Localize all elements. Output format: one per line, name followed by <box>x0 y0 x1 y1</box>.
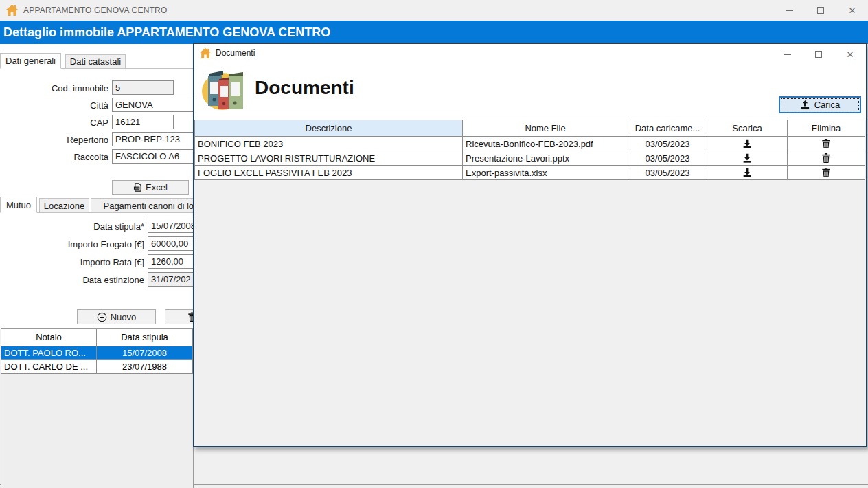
cod-immobile-label: Cod. immobile <box>5 83 108 93</box>
column-header-elimina[interactable]: Elimina <box>788 120 865 137</box>
nome-file-cell: Presentazione-Lavori.pptx <box>463 151 628 166</box>
tab-dati-generali-label: Dati generali <box>5 56 56 66</box>
column-header-notaio[interactable]: Notaio <box>1 329 97 346</box>
tab-mutuo-label: Mutuo <box>6 200 31 210</box>
column-header-descrizione[interactable]: Descrizione <box>195 120 463 137</box>
home-icon <box>6 5 18 16</box>
notaio-cell: DOTT. PAOLO RO... <box>1 346 97 360</box>
data-caricamento-cell: 03/05/2023 <box>628 137 707 151</box>
detail-banner: Dettaglio immobile APPARTAMENTO GENOVA C… <box>0 21 868 44</box>
tab-dati-catastali[interactable]: Dati catastali <box>65 54 126 69</box>
carica-button-label: Carica <box>814 100 841 110</box>
home-icon <box>200 48 211 58</box>
notaio-table-header: Notaio Data stipula <box>1 329 193 346</box>
scarica-button[interactable] <box>710 167 784 178</box>
close-button[interactable]: ✕ <box>836 0 868 21</box>
main-titlebar: APPARTAMENTO GENOVA CENTRO ✕ <box>0 0 868 21</box>
trash-icon <box>821 138 831 149</box>
tab-locazione-label: Locazione <box>44 201 84 211</box>
detail-banner-title: Dettaglio immobile APPARTAMENTO GENOVA C… <box>3 25 330 40</box>
table-row[interactable]: DOTT. PAOLO RO... 15/07/2008 <box>1 346 193 360</box>
maximize-icon <box>815 51 822 58</box>
raccolta-label: Raccolta <box>5 152 108 162</box>
excel-button[interactable]: XLS Excel <box>112 180 189 195</box>
tab-dati-catastali-label: Dati catastali <box>70 56 121 67</box>
data-caricamento-cell: 03/05/2023 <box>628 166 707 180</box>
data-stipula-label: Data stipula* <box>41 221 144 232</box>
minimize-button[interactable] <box>773 0 805 21</box>
dialog-window-controls: ✕ <box>771 44 866 62</box>
data-caricamento-cell: 03/05/2023 <box>628 151 707 166</box>
close-icon: ✕ <box>847 50 854 59</box>
notaio-table-panel: Notaio Data stipula DOTT. PAOLO RO... 15… <box>1 328 194 488</box>
excel-button-label: Excel <box>146 182 168 192</box>
descrizione-cell: FOGLIO EXCEL PASSIVITA FEB 2023 <box>195 166 463 180</box>
elimina-button[interactable] <box>790 153 862 164</box>
dialog-header: Documenti Carica <box>194 62 866 120</box>
nuovo-button[interactable]: Nuovo <box>77 309 156 324</box>
elimina-button[interactable] <box>790 167 862 178</box>
minimize-icon <box>784 54 791 55</box>
minimize-icon <box>786 10 793 11</box>
column-header-scarica[interactable]: Scarica <box>707 120 788 137</box>
notaio-table: Notaio Data stipula DOTT. PAOLO RO... 15… <box>1 329 193 374</box>
descrizione-cell: PROGETTO LAVORI RISTRUTTURAZIONE <box>195 151 463 166</box>
nome-file-cell: Export-passività.xlsx <box>463 166 628 180</box>
scarica-button[interactable] <box>710 153 784 164</box>
citta-label: Città <box>5 100 108 111</box>
download-icon <box>742 153 753 164</box>
tab-pagamenti-canoni-label: Pagamenti canoni di loc <box>103 201 198 211</box>
upload-icon <box>800 100 810 110</box>
trash-icon <box>821 167 831 178</box>
desktop: { "window": { "title": "APPARTAMENTO GEN… <box>0 0 868 488</box>
close-icon: ✕ <box>849 6 856 15</box>
documents-table-header: Descrizione Nome File Data caricame... S… <box>195 120 866 137</box>
documenti-dialog: Documenti ✕ <box>193 43 867 447</box>
descrizione-cell: BONIFICO FEB 2023 <box>195 137 463 151</box>
maximize-icon <box>817 7 824 14</box>
column-header-nome-file[interactable]: Nome File <box>463 120 628 137</box>
table-row[interactable]: FOGLIO EXCEL PASSIVITA FEB 2023 Export-p… <box>195 166 866 180</box>
nuovo-button-label: Nuovo <box>111 312 137 322</box>
table-row[interactable]: DOTT. CARLO DE ... 23/07/1988 <box>1 360 193 374</box>
table-row[interactable]: BONIFICO FEB 2023 Ricevuta-Bonifico-FEB-… <box>195 137 866 151</box>
tab-dati-generali[interactable]: Dati generali <box>0 53 61 69</box>
documents-binders-icon <box>200 65 248 111</box>
elimina-button[interactable] <box>790 138 862 149</box>
main-window-controls: ✕ <box>773 0 868 21</box>
data-estinzione-label: Data estinzione <box>41 275 144 285</box>
cap-label: CAP <box>5 118 108 128</box>
importo-erogato-label: Importo Erogato [€] <box>41 239 144 249</box>
importo-rata-label: Importo Rata [€] <box>41 257 144 267</box>
excel-icon: XLS <box>133 183 142 192</box>
dialog-heading: Documenti <box>255 77 354 99</box>
svg-text:XLS: XLS <box>135 187 139 190</box>
documents-table: Descrizione Nome File Data caricame... S… <box>194 120 866 180</box>
nome-file-cell: Ricevuta-Bonifico-FEB-2023.pdf <box>463 137 628 151</box>
download-icon <box>742 138 753 149</box>
cod-immobile-field: 5 <box>112 80 174 95</box>
main-window-title: APPARTAMENTO GENOVA CENTRO <box>23 5 167 15</box>
column-header-data-stipula[interactable]: Data stipula <box>97 329 193 346</box>
tab-mutuo[interactable]: Mutuo <box>0 197 37 213</box>
data-stipula-cell: 23/07/1988 <box>97 360 193 374</box>
dialog-titlebar: Documenti ✕ <box>194 44 866 62</box>
cap-field[interactable]: 16121 <box>112 115 174 129</box>
dialog-title: Documenti <box>216 48 255 58</box>
scarica-button[interactable] <box>710 138 784 149</box>
carica-button[interactable]: Carica <box>779 96 861 113</box>
notaio-cell: DOTT. CARLO DE ... <box>1 360 97 374</box>
data-stipula-cell: 15/07/2008 <box>97 346 193 360</box>
plus-icon <box>97 312 107 322</box>
trash-icon <box>821 153 831 164</box>
repertorio-label: Repertorio <box>5 135 108 145</box>
table-row[interactable]: PROGETTO LAVORI RISTRUTTURAZIONE Present… <box>195 151 866 166</box>
maximize-button[interactable] <box>805 0 836 21</box>
column-header-data-caricamento[interactable]: Data caricame... <box>628 120 707 137</box>
download-icon <box>742 167 753 178</box>
tab-locazione[interactable]: Locazione <box>39 198 89 213</box>
